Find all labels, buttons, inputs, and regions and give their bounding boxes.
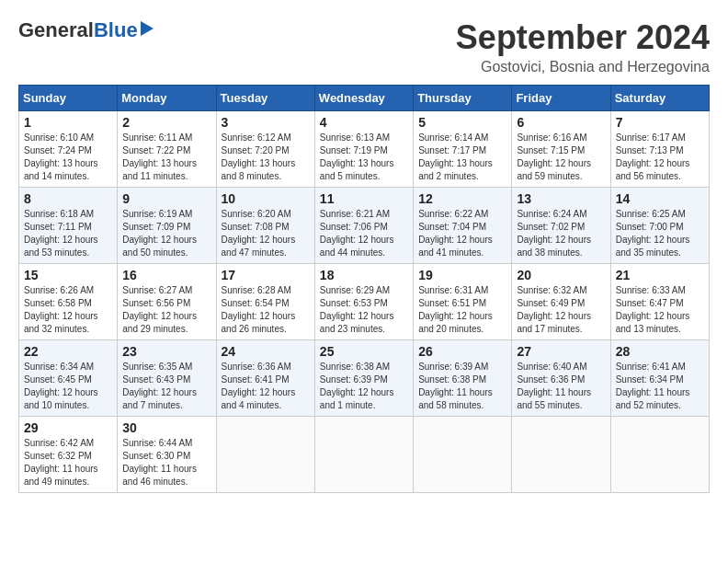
calendar-cell: 3Sunrise: 6:12 AM Sunset: 7:20 PM Daylig… bbox=[216, 111, 314, 188]
calendar-cell: 24Sunrise: 6:36 AM Sunset: 6:41 PM Dayli… bbox=[216, 340, 314, 417]
day-info: Sunrise: 6:16 AM Sunset: 7:15 PM Dayligh… bbox=[517, 132, 605, 183]
logo-blue: Blue bbox=[94, 18, 138, 42]
calendar-cell: 1Sunrise: 6:10 AM Sunset: 7:24 PM Daylig… bbox=[19, 111, 118, 188]
day-info: Sunrise: 6:13 AM Sunset: 7:19 PM Dayligh… bbox=[320, 132, 408, 183]
calendar-header-wednesday: Wednesday bbox=[314, 86, 413, 111]
calendar-week-row-4: 22Sunrise: 6:34 AM Sunset: 6:45 PM Dayli… bbox=[19, 340, 710, 417]
calendar-cell: 26Sunrise: 6:39 AM Sunset: 6:38 PM Dayli… bbox=[414, 340, 512, 417]
day-number: 12 bbox=[418, 191, 506, 206]
day-info: Sunrise: 6:25 AM Sunset: 7:00 PM Dayligh… bbox=[616, 208, 704, 259]
calendar-table: SundayMondayTuesdayWednesdayThursdayFrid… bbox=[18, 85, 710, 493]
calendar-cell: 6Sunrise: 6:16 AM Sunset: 7:15 PM Daylig… bbox=[512, 111, 610, 188]
title-section: September 2024 Gostovici, Bosnia and Her… bbox=[456, 18, 710, 75]
calendar-cell: 17Sunrise: 6:28 AM Sunset: 6:54 PM Dayli… bbox=[216, 264, 314, 340]
logo-general: General bbox=[18, 18, 94, 42]
day-number: 7 bbox=[616, 115, 704, 130]
calendar-header-tuesday: Tuesday bbox=[216, 86, 314, 111]
day-info: Sunrise: 6:18 AM Sunset: 7:11 PM Dayligh… bbox=[24, 208, 112, 259]
calendar-cell: 30Sunrise: 6:44 AM Sunset: 6:30 PM Dayli… bbox=[118, 417, 216, 493]
day-number: 21 bbox=[616, 268, 704, 282]
day-number: 14 bbox=[616, 191, 704, 206]
day-info: Sunrise: 6:40 AM Sunset: 6:36 PM Dayligh… bbox=[517, 361, 605, 412]
day-info: Sunrise: 6:34 AM Sunset: 6:45 PM Dayligh… bbox=[24, 361, 112, 412]
day-info: Sunrise: 6:10 AM Sunset: 7:24 PM Dayligh… bbox=[24, 132, 112, 183]
day-number: 13 bbox=[517, 191, 605, 206]
day-info: Sunrise: 6:39 AM Sunset: 6:38 PM Dayligh… bbox=[418, 361, 506, 412]
day-number: 11 bbox=[320, 191, 408, 206]
day-number: 29 bbox=[24, 420, 112, 435]
calendar-header-friday: Friday bbox=[512, 86, 610, 111]
calendar-header-saturday: Saturday bbox=[610, 86, 709, 111]
day-info: Sunrise: 6:29 AM Sunset: 6:53 PM Dayligh… bbox=[320, 284, 408, 336]
day-info: Sunrise: 6:20 AM Sunset: 7:08 PM Dayligh… bbox=[222, 208, 310, 259]
calendar-header-sunday: Sunday bbox=[19, 86, 118, 111]
day-number: 4 bbox=[320, 115, 408, 130]
day-number: 17 bbox=[222, 268, 310, 282]
calendar-cell: 16Sunrise: 6:27 AM Sunset: 6:56 PM Dayli… bbox=[118, 264, 216, 340]
calendar-week-row-1: 1Sunrise: 6:10 AM Sunset: 7:24 PM Daylig… bbox=[19, 111, 710, 188]
calendar-cell: 14Sunrise: 6:25 AM Sunset: 7:00 PM Dayli… bbox=[610, 188, 709, 264]
day-number: 8 bbox=[24, 191, 112, 206]
day-info: Sunrise: 6:21 AM Sunset: 7:06 PM Dayligh… bbox=[320, 208, 408, 259]
calendar-cell: 15Sunrise: 6:26 AM Sunset: 6:58 PM Dayli… bbox=[19, 264, 118, 340]
calendar-cell: 5Sunrise: 6:14 AM Sunset: 7:17 PM Daylig… bbox=[414, 111, 512, 188]
calendar-cell: 10Sunrise: 6:20 AM Sunset: 7:08 PM Dayli… bbox=[216, 188, 314, 264]
calendar-cell bbox=[216, 417, 314, 493]
day-info: Sunrise: 6:22 AM Sunset: 7:04 PM Dayligh… bbox=[418, 208, 506, 259]
calendar-cell bbox=[314, 417, 413, 493]
calendar-week-row-2: 8Sunrise: 6:18 AM Sunset: 7:11 PM Daylig… bbox=[19, 188, 710, 264]
day-info: Sunrise: 6:11 AM Sunset: 7:22 PM Dayligh… bbox=[122, 132, 210, 183]
calendar-cell: 9Sunrise: 6:19 AM Sunset: 7:09 PM Daylig… bbox=[118, 188, 216, 264]
day-info: Sunrise: 6:42 AM Sunset: 6:32 PM Dayligh… bbox=[24, 437, 112, 488]
day-info: Sunrise: 6:26 AM Sunset: 6:58 PM Dayligh… bbox=[24, 284, 112, 336]
day-info: Sunrise: 6:38 AM Sunset: 6:39 PM Dayligh… bbox=[320, 361, 408, 412]
day-number: 27 bbox=[517, 344, 605, 359]
calendar-week-row-3: 15Sunrise: 6:26 AM Sunset: 6:58 PM Dayli… bbox=[19, 264, 710, 340]
day-number: 30 bbox=[122, 420, 210, 435]
day-info: Sunrise: 6:27 AM Sunset: 6:56 PM Dayligh… bbox=[122, 284, 210, 336]
calendar-header-monday: Monday bbox=[118, 86, 216, 111]
day-number: 19 bbox=[418, 268, 506, 282]
calendar-cell: 13Sunrise: 6:24 AM Sunset: 7:02 PM Dayli… bbox=[512, 188, 610, 264]
day-info: Sunrise: 6:24 AM Sunset: 7:02 PM Dayligh… bbox=[517, 208, 605, 259]
calendar-week-row-5: 29Sunrise: 6:42 AM Sunset: 6:32 PM Dayli… bbox=[19, 417, 710, 493]
day-info: Sunrise: 6:35 AM Sunset: 6:43 PM Dayligh… bbox=[122, 361, 210, 412]
month-title: September 2024 bbox=[456, 18, 710, 57]
calendar-cell: 20Sunrise: 6:32 AM Sunset: 6:49 PM Dayli… bbox=[512, 264, 610, 340]
calendar-cell: 28Sunrise: 6:41 AM Sunset: 6:34 PM Dayli… bbox=[610, 340, 709, 417]
calendar-cell: 12Sunrise: 6:22 AM Sunset: 7:04 PM Dayli… bbox=[414, 188, 512, 264]
day-info: Sunrise: 6:36 AM Sunset: 6:41 PM Dayligh… bbox=[222, 361, 310, 412]
calendar-cell: 19Sunrise: 6:31 AM Sunset: 6:51 PM Dayli… bbox=[414, 264, 512, 340]
calendar-cell: 29Sunrise: 6:42 AM Sunset: 6:32 PM Dayli… bbox=[19, 417, 118, 493]
calendar-cell: 27Sunrise: 6:40 AM Sunset: 6:36 PM Dayli… bbox=[512, 340, 610, 417]
day-number: 6 bbox=[517, 115, 605, 130]
day-number: 9 bbox=[122, 191, 210, 206]
day-number: 3 bbox=[222, 115, 310, 130]
calendar-cell: 4Sunrise: 6:13 AM Sunset: 7:19 PM Daylig… bbox=[314, 111, 413, 188]
calendar-cell: 21Sunrise: 6:33 AM Sunset: 6:47 PM Dayli… bbox=[610, 264, 709, 340]
calendar-cell: 23Sunrise: 6:35 AM Sunset: 6:43 PM Dayli… bbox=[118, 340, 216, 417]
day-info: Sunrise: 6:14 AM Sunset: 7:17 PM Dayligh… bbox=[418, 132, 506, 183]
day-number: 1 bbox=[24, 115, 112, 130]
day-number: 23 bbox=[122, 344, 210, 359]
calendar-header-thursday: Thursday bbox=[414, 86, 512, 111]
day-number: 20 bbox=[517, 268, 605, 282]
day-number: 28 bbox=[616, 344, 704, 359]
day-number: 16 bbox=[122, 268, 210, 282]
calendar-cell: 7Sunrise: 6:17 AM Sunset: 7:13 PM Daylig… bbox=[610, 111, 709, 188]
day-info: Sunrise: 6:19 AM Sunset: 7:09 PM Dayligh… bbox=[122, 208, 210, 259]
day-number: 18 bbox=[320, 268, 408, 282]
calendar-cell bbox=[610, 417, 709, 493]
calendar-cell: 8Sunrise: 6:18 AM Sunset: 7:11 PM Daylig… bbox=[19, 188, 118, 264]
day-number: 22 bbox=[24, 344, 112, 359]
calendar-cell: 22Sunrise: 6:34 AM Sunset: 6:45 PM Dayli… bbox=[19, 340, 118, 417]
day-number: 26 bbox=[418, 344, 506, 359]
calendar-cell: 25Sunrise: 6:38 AM Sunset: 6:39 PM Dayli… bbox=[314, 340, 413, 417]
day-info: Sunrise: 6:28 AM Sunset: 6:54 PM Dayligh… bbox=[222, 284, 310, 336]
logo-arrow-icon bbox=[141, 21, 154, 36]
calendar-cell: 2Sunrise: 6:11 AM Sunset: 7:22 PM Daylig… bbox=[118, 111, 216, 188]
calendar-cell: 11Sunrise: 6:21 AM Sunset: 7:06 PM Dayli… bbox=[314, 188, 413, 264]
day-info: Sunrise: 6:44 AM Sunset: 6:30 PM Dayligh… bbox=[122, 437, 210, 488]
day-info: Sunrise: 6:33 AM Sunset: 6:47 PM Dayligh… bbox=[616, 284, 704, 336]
page-header: General Blue September 2024 Gostovici, B… bbox=[18, 18, 710, 75]
